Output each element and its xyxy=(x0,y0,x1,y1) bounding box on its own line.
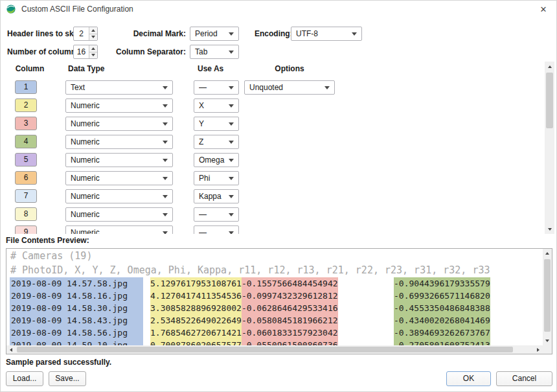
decimal-mark-combo[interactable]: Period xyxy=(190,27,239,41)
scroll-up-button[interactable] xyxy=(545,62,554,71)
load-button[interactable]: Load... xyxy=(6,371,43,386)
data-type-combo[interactable]: Numeric xyxy=(65,189,173,203)
use-as-combo[interactable]: Z xyxy=(194,135,239,149)
scroll-down-button[interactable] xyxy=(543,336,552,345)
use-as-value: X xyxy=(199,101,225,110)
encoding-combo[interactable]: UTF-8 xyxy=(291,27,362,41)
use-as-combo[interactable]: Phi xyxy=(194,171,239,185)
scroll-right-icon xyxy=(537,348,540,352)
column-row: 5 Numeric Omega xyxy=(6,151,541,169)
spin-up-button[interactable] xyxy=(89,45,97,52)
ok-button[interactable]: OK xyxy=(446,371,491,386)
preview-y: -0.0997432329612812 xyxy=(242,290,338,302)
chevron-down-icon xyxy=(163,231,168,235)
number-of-columns-spinbox[interactable]: 16 xyxy=(73,45,98,59)
preview-rows: 2019-08-09 14.57.58.jpg 5.12976179531087… xyxy=(6,277,543,345)
number-of-columns-spin-buttons xyxy=(89,45,97,58)
chevron-down-icon xyxy=(163,104,168,108)
scrollbar-thumb[interactable] xyxy=(544,259,551,332)
spin-down-button[interactable] xyxy=(89,52,97,59)
spin-up-icon xyxy=(91,29,95,32)
data-type-combo[interactable]: Numeric xyxy=(65,225,173,234)
scroll-down-button[interactable] xyxy=(545,224,554,234)
preview-z: -0.3894693262673767 xyxy=(394,327,490,339)
preview-label: File Contents Preview: xyxy=(6,235,89,246)
header-lines-spinbox[interactable]: 2 xyxy=(73,27,98,41)
chevron-down-icon xyxy=(163,177,168,180)
chevron-down-icon xyxy=(163,122,168,126)
preview-xy-group: 1.7685462720671421-0.0601833157923042 xyxy=(150,327,338,339)
save-button[interactable]: Save... xyxy=(49,371,86,386)
column-header: Column xyxy=(15,64,45,73)
scroll-up-icon xyxy=(545,252,549,255)
use-as-combo[interactable]: Kappa xyxy=(194,189,239,203)
scrollbar-thumb[interactable] xyxy=(17,347,513,352)
data-type-value: Numeric xyxy=(71,119,159,128)
data-type-combo[interactable]: Text xyxy=(65,80,173,95)
use-as-combo[interactable]: X xyxy=(194,98,239,113)
spin-down-button[interactable] xyxy=(89,34,97,41)
scroll-up-icon xyxy=(548,65,552,68)
data-type-header: Data Type xyxy=(68,64,104,73)
data-type-combo[interactable]: Numeric xyxy=(65,135,173,149)
data-type-combo[interactable]: Numeric xyxy=(65,98,173,113)
options-combo[interactable]: Unquoted xyxy=(244,80,335,95)
preview-comment-line: # PhotoID, X, Y, Z, Omega, Phi, Kappa, r… xyxy=(6,263,543,277)
column-separator-combo[interactable]: Tab xyxy=(190,45,239,59)
encoding-value: UTF-8 xyxy=(296,29,348,38)
use-as-combo[interactable]: — xyxy=(194,207,239,222)
data-type-combo[interactable]: Numeric xyxy=(65,207,173,222)
app-logo-icon xyxy=(6,4,16,14)
cancel-button[interactable]: Cancel xyxy=(496,371,552,386)
data-type-combo[interactable]: Numeric xyxy=(65,171,173,185)
preview-xy-group: 4.1270417411354536-0.0997432329612812 xyxy=(150,290,338,302)
chevron-down-icon xyxy=(163,213,168,216)
column-badge: 5 xyxy=(15,153,37,167)
use-as-combo[interactable]: — xyxy=(194,80,239,95)
columns-table: Column Data Type Use As Options 1 Text —… xyxy=(6,62,541,234)
chevron-down-icon xyxy=(229,141,234,144)
preview-y: -0.0550961500860736 xyxy=(242,339,338,345)
status-message: Sample parsed successfully. xyxy=(6,358,111,367)
table-vertical-scrollbar[interactable] xyxy=(545,62,554,234)
preview-vertical-scrollbar[interactable] xyxy=(543,249,552,345)
preview-x: 5.1297617953108761 xyxy=(150,277,242,290)
spin-down-icon xyxy=(91,36,95,38)
preview-horizontal-scrollbar[interactable] xyxy=(6,345,543,354)
number-of-columns-value: 16 xyxy=(74,45,89,58)
column-badge: 3 xyxy=(15,117,37,130)
use-as-value: — xyxy=(199,228,225,234)
preview-z: -0.9044396179335579 xyxy=(394,277,490,290)
preview-z: -0.4340020268041469 xyxy=(394,314,490,327)
number-of-columns-label: Number of columns: xyxy=(7,45,83,59)
column-row: 4 Numeric Z xyxy=(6,133,541,151)
chevron-down-icon xyxy=(229,32,234,36)
scroll-up-button[interactable] xyxy=(543,249,552,258)
use-as-combo[interactable]: Y xyxy=(194,117,239,131)
close-icon[interactable]: ✕ xyxy=(537,5,550,14)
window-title: Custom ASCII File Configuration xyxy=(21,5,133,14)
chevron-down-icon xyxy=(229,86,234,89)
scroll-left-icon xyxy=(10,348,12,352)
scroll-right-button[interactable] xyxy=(534,345,543,354)
spin-down-icon xyxy=(91,54,95,56)
use-as-combo[interactable]: — xyxy=(194,225,239,234)
data-type-combo[interactable]: Numeric xyxy=(65,153,173,167)
preview-file: 2019-08-09 14.58.43.jpg xyxy=(10,314,143,327)
scrollbar-thumb[interactable] xyxy=(546,73,553,128)
header-lines-label: Header lines to skip: xyxy=(7,27,83,41)
preview-x: 3.3085828896928002 xyxy=(150,302,242,314)
use-as-combo[interactable]: Omega xyxy=(194,153,239,167)
spin-up-button[interactable] xyxy=(89,27,97,34)
column-badge: 1 xyxy=(15,80,37,94)
chevron-down-icon xyxy=(324,86,330,89)
columns-table-header: Column Data Type Use As Options xyxy=(6,62,541,78)
preview-content: # Cameras (19) # PhotoID, X, Y, Z, Omega… xyxy=(6,249,543,345)
preview-file: 2019-08-09 14.58.16.jpg xyxy=(10,290,143,302)
column-separator-label: Column Separator: xyxy=(104,45,186,59)
preview-file: 2019-08-09 14.58.56.jpg xyxy=(10,327,143,339)
use-as-value: Kappa xyxy=(199,192,225,201)
data-type-combo[interactable]: Numeric xyxy=(65,117,173,131)
scroll-left-button[interactable] xyxy=(6,345,16,354)
preview-x: 1.7685462720671421 xyxy=(150,327,242,339)
